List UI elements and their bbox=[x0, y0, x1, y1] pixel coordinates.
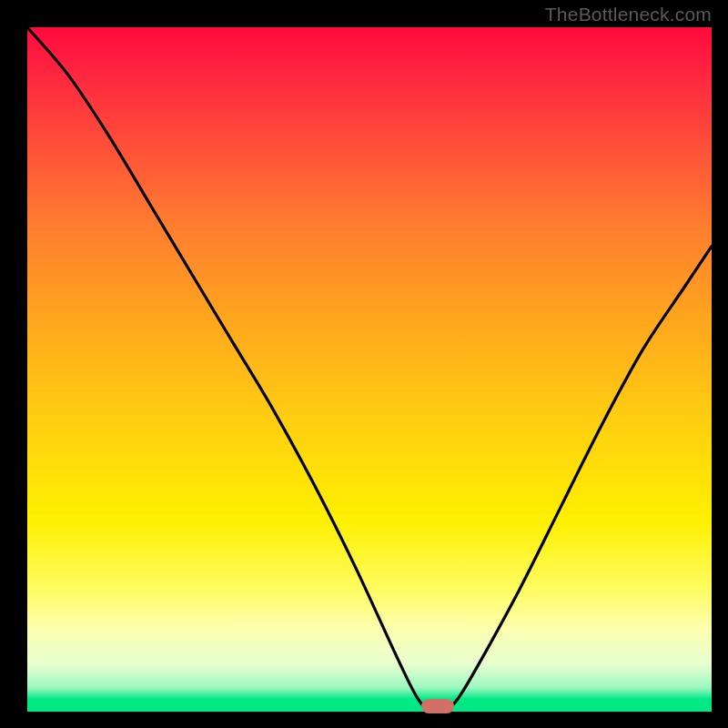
bottleneck-curve bbox=[27, 27, 712, 712]
chart-frame: TheBottleneck.com bbox=[0, 0, 728, 728]
watermark-text: TheBottleneck.com bbox=[545, 4, 712, 25]
plot-area bbox=[27, 27, 712, 712]
optimal-marker bbox=[421, 699, 454, 713]
